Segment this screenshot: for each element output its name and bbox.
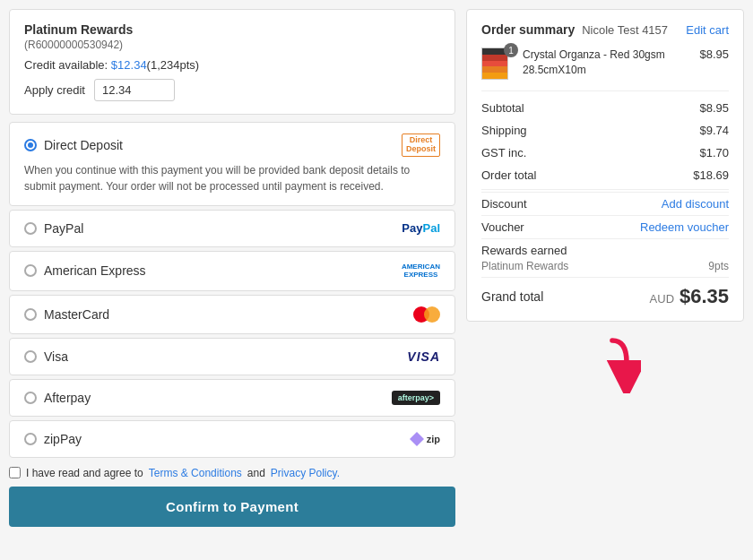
product-info: Crystal Organza - Red 30gsm 28.5cmX10m [523,47,690,78]
direct-deposit-radio[interactable] [24,139,37,151]
gst-label: GST inc. [481,146,526,159]
platinum-title: Platinum Rewards [24,22,440,37]
subtotal-value: $8.95 [699,101,729,115]
visa-row[interactable]: Visa VISA [9,338,455,375]
rewards-label: Rewards earned [481,244,729,257]
product-row: 1 Crystal Organza - Red 30gsm 28.5cmX10m… [481,47,729,80]
grand-total-label: Grand total [481,289,543,304]
shipping-label: Shipping [481,124,527,137]
order-total-value: $18.69 [693,168,729,182]
voucher-row: Voucher Redeem voucher [481,216,729,239]
rewards-sub: Platinum Rewards [481,260,568,272]
arrow-container [466,331,744,393]
credit-pts: (1,234pts) [147,58,200,72]
zippay-radio[interactable] [24,433,37,445]
shipping-row: Shipping $9.74 [481,119,729,142]
discount-label: Discount [481,197,527,211]
voucher-label: Voucher [481,220,524,234]
rewards-pts: 9pts [708,260,729,272]
credit-amount-link[interactable]: $12.34 [111,58,147,72]
paypal-logo: PayPal [402,221,440,235]
zippay-logo: zip [410,432,440,446]
add-discount-link[interactable]: Add discount [662,197,729,211]
paypal-row[interactable]: PayPal PayPal [9,210,455,247]
grand-total-currency: AUD [650,292,674,306]
redeem-voucher-link[interactable]: Redeem voucher [640,220,729,234]
product-qty: 1 [504,43,518,57]
shipping-value: $9.74 [699,124,729,137]
product-image: 1 [481,47,514,80]
gst-value: $1.70 [699,146,729,159]
order-summary-user: Nicole Test 4157 [582,23,668,37]
terms-prefix: I have read and agree to [26,467,143,479]
direct-deposit-section: Direct Deposit Direct Deposit When you c… [9,122,455,206]
mastercard-logo [413,306,440,323]
mastercard-name: MasterCard [44,307,109,322]
direct-deposit-left: Direct Deposit [24,138,123,152]
discount-row: Discount Add discount [481,192,729,216]
paypal-radio[interactable] [24,222,37,235]
afterpay-row[interactable]: Afterpay afterpay> [9,379,455,417]
apply-credit-row: Apply credit [24,79,440,101]
apply-credit-label: Apply credit [24,83,85,97]
subtotal-row: Subtotal $8.95 [481,97,729,119]
credit-label: Credit available: [24,58,108,72]
credit-available: Credit available: $12.34(1,234pts) [24,58,440,72]
afterpay-name: Afterpay [44,391,91,405]
terms-and: and [247,467,265,479]
order-total-label: Order total [481,168,536,182]
order-total-row: Order total $18.69 [481,164,729,190]
terms-link[interactable]: Terms & Conditions [149,467,242,479]
visa-radio[interactable] [24,350,37,363]
visa-logo: VISA [407,349,440,364]
product-name: Crystal Organza - Red 30gsm 28.5cmX10m [523,47,690,78]
direct-deposit-name[interactable]: Direct Deposit [44,138,123,152]
paypal-name: PayPal [44,221,83,236]
edit-cart-link[interactable]: Edit cart [686,23,729,37]
privacy-link[interactable]: Privacy Policy. [271,467,340,479]
rewards-section: Rewards earned Platinum Rewards 9pts [481,239,729,278]
mastercard-row[interactable]: MasterCard [9,295,455,334]
grand-total-amount: $6.35 [679,285,729,307]
direct-deposit-description: When you continue with this payment you … [24,162,440,194]
left-panel: Platinum Rewards (R60000000530942) Credi… [9,9,455,527]
grand-total-row: Grand total AUD $6.35 [481,278,729,308]
platinum-id: (R60000000530942) [24,39,440,51]
order-summary-header: Order summary Nicole Test 4157 Edit cart [481,22,729,37]
order-summary-card: Order summary Nicole Test 4157 Edit cart… [466,9,744,322]
apply-credit-input[interactable] [94,79,175,101]
direct-deposit-logo: Direct Deposit [402,134,440,157]
svg-marker-0 [410,432,424,446]
zippay-name: zipPay [44,432,82,446]
amex-row[interactable]: American Express AMERICANEXPRESS [9,251,455,291]
subtotal-label: Subtotal [481,101,524,115]
rewards-detail: Platinum Rewards 9pts [481,260,729,272]
mastercard-radio[interactable] [24,308,37,321]
amex-name: American Express [44,263,146,278]
right-panel: Order summary Nicole Test 4157 Edit cart… [466,9,744,527]
main-container: Platinum Rewards (R60000000530942) Credi… [9,9,744,527]
amex-radio[interactable] [24,264,37,277]
direct-deposit-header: Direct Deposit Direct Deposit [24,134,440,157]
afterpay-radio[interactable] [24,392,37,404]
terms-row: I have read and agree to Terms & Conditi… [9,467,455,479]
order-summary-title: Order summary [481,22,575,37]
zippay-row[interactable]: zipPay zip [9,420,455,458]
afterpay-logo: afterpay> [392,391,440,405]
confirm-button[interactable]: Confirm to Payment [9,487,455,527]
arrow-icon [569,331,641,393]
terms-checkbox[interactable] [9,467,21,478]
gst-row: GST inc. $1.70 [481,142,729,164]
product-price: $8.95 [699,47,729,61]
platinum-rewards-section: Platinum Rewards (R60000000530942) Credi… [9,9,455,115]
amex-logo: AMERICANEXPRESS [402,263,440,280]
visa-name: Visa [44,349,68,364]
